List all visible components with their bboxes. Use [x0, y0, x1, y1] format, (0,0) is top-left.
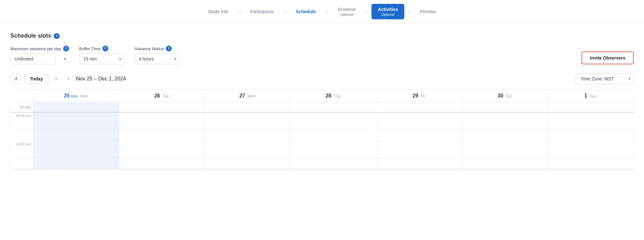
day-number-2: 27 — [239, 93, 245, 98]
allday-cell-3[interactable] — [290, 102, 376, 112]
advance-notice-select-wrapper[interactable]: 4 hours 1 hour 2 hours 24 hours 48 hours… — [135, 53, 180, 64]
day-header-4: 29 Fri — [376, 90, 462, 102]
today-button[interactable]: Today — [24, 74, 48, 84]
time-cell-10am-2[interactable] — [205, 141, 290, 158]
time-cell-1030am-2[interactable] — [205, 158, 290, 169]
prev-week-button[interactable]: ‹ — [52, 74, 61, 83]
day-number-3: 28 — [326, 93, 332, 98]
time-cell-1030am-4[interactable] — [376, 158, 462, 169]
time-cell-10am-6[interactable] — [548, 141, 633, 158]
max-sessions-chevron-icon: ▾ — [64, 57, 66, 61]
day-name-3: Thu — [334, 94, 341, 98]
time-cell-930am-1[interactable] — [119, 130, 205, 141]
time-cell-9am-4[interactable] — [376, 113, 462, 129]
preview-label[interactable]: Preview — [413, 6, 442, 17]
time-label-1030am — [11, 158, 33, 169]
nav-step-screener[interactable]: ScreenerOptional — [331, 4, 362, 19]
participants-label[interactable]: Participants — [244, 6, 280, 17]
timezone-select-wrapper[interactable]: Time Zone: MST Time Zone: EST Time Zone:… — [576, 73, 634, 84]
allday-cell-0[interactable] — [33, 102, 119, 112]
nav-step-study-info[interactable]: Study Info — [202, 6, 235, 17]
screener-sub-label: Optional — [338, 12, 356, 17]
time-cell-10am-3[interactable] — [290, 141, 376, 158]
activities-label[interactable]: ActivitiesOptional — [371, 4, 404, 19]
chevron-left-icon: ‹ — [55, 76, 57, 82]
time-cell-9am-1[interactable] — [119, 113, 205, 129]
buffer-time-select[interactable]: 15 min 0 min 5 min 10 min 30 min — [79, 53, 124, 64]
allday-cell-5[interactable] — [462, 102, 548, 112]
max-sessions-group: Maximum sessions per day ? Unlimited 1 2… — [10, 46, 69, 64]
nav-step-participants[interactable]: Participants — [244, 6, 280, 17]
top-navigation: Study Info → Participants → Schedule → S… — [0, 0, 644, 23]
time-cell-10am-5[interactable] — [462, 141, 548, 158]
time-cell-9am-0[interactable] — [33, 113, 119, 129]
day-header-3: 28 Thu — [290, 90, 376, 102]
next-week-button[interactable]: › — [64, 74, 73, 83]
time-cell-10am-1[interactable] — [119, 141, 205, 158]
time-cell-10am-4[interactable] — [376, 141, 462, 158]
study-info-label[interactable]: Study Info — [202, 6, 235, 17]
advance-notice-label: Advance Notice ? — [135, 46, 180, 51]
max-sessions-select-wrapper[interactable]: Unlimited 1 2 3 4 5 ▾ — [10, 53, 69, 64]
day-header-1: 26 Tue — [119, 90, 205, 102]
nav-arrow-4: → — [362, 9, 371, 14]
day-number-5: 30 — [498, 93, 504, 98]
time-cell-1030am-6[interactable] — [548, 158, 633, 169]
time-body: 09:00 am 10:0 — [11, 113, 633, 169]
time-cell-930am-2[interactable] — [205, 130, 290, 141]
day-name-0: Mon — [80, 94, 88, 98]
day-header-5: 30 Sat — [462, 90, 548, 102]
time-cell-930am-6[interactable] — [548, 130, 633, 141]
time-cell-9am-6[interactable] — [548, 113, 633, 129]
chevron-right-icon: › — [68, 76, 69, 82]
time-cell-930am-5[interactable] — [462, 130, 548, 141]
buffer-time-select-wrapper[interactable]: 15 min 0 min 5 min 10 min 30 min ▾ — [79, 53, 124, 64]
controls-row: Maximum sessions per day ? Unlimited 1 2… — [10, 46, 634, 64]
activities-sub-label: Optional — [378, 12, 398, 17]
screener-label[interactable]: ScreenerOptional — [331, 4, 362, 19]
nav-step-preview[interactable]: Preview — [413, 6, 442, 17]
nav-arrow-3: → — [322, 9, 331, 14]
time-cell-1030am-0[interactable] — [33, 158, 119, 169]
invite-observers-button[interactable]: Invite Observers — [582, 51, 634, 64]
day-number-0: 25 nov — [64, 93, 78, 98]
time-cell-10am-0[interactable] — [33, 141, 119, 158]
advance-notice-select[interactable]: 4 hours 1 hour 2 hours 24 hours 48 hours — [135, 53, 180, 64]
time-cell-9am-2[interactable] — [205, 113, 290, 129]
time-cell-1030am-1[interactable] — [119, 158, 205, 169]
day-name-2: Wed — [247, 94, 255, 98]
nav-step-schedule[interactable]: Schedule — [289, 6, 322, 17]
advance-notice-help-icon[interactable]: ? — [166, 46, 172, 51]
allday-cell-1[interactable] — [119, 102, 205, 112]
buffer-time-group: Buffer Time ? 15 min 0 min 5 min 10 min … — [79, 46, 124, 64]
time-cell-1030am-3[interactable] — [290, 158, 376, 169]
nav-step-activities[interactable]: ActivitiesOptional — [371, 4, 404, 19]
advance-notice-group: Advance Notice ? 4 hours 1 hour 2 hours … — [135, 46, 180, 64]
allday-cell-2[interactable] — [205, 102, 290, 112]
schedule-label[interactable]: Schedule — [289, 6, 322, 17]
calendar-grid: 25 nov Mon 26 Tue 27 Wed 28 Thu 29 Fri 3… — [10, 89, 634, 170]
timezone-select[interactable]: Time Zone: MST Time Zone: EST Time Zone:… — [576, 73, 634, 84]
allday-cell-4[interactable] — [376, 102, 462, 112]
day-number-1: 26 — [154, 93, 160, 98]
time-block-9am-top: 09:00 am — [11, 113, 633, 130]
time-cell-930am-0[interactable] — [33, 130, 119, 141]
time-cell-930am-3[interactable] — [290, 130, 376, 141]
refresh-button[interactable]: ↺ — [10, 73, 21, 84]
time-cell-930am-4[interactable] — [376, 130, 462, 141]
nav-arrow-2: → — [280, 9, 289, 14]
day-name-1: Tue — [162, 94, 169, 98]
max-sessions-help-icon[interactable]: ? — [63, 46, 69, 51]
buffer-time-label: Buffer Time ? — [79, 46, 124, 51]
main-content: Schedule slots ? Maximum sessions per da… — [0, 23, 644, 179]
schedule-slots-help-icon[interactable]: ? — [54, 33, 60, 39]
date-range-label: Nov 25 – Dec 1, 2024 — [76, 76, 126, 82]
buffer-time-help-icon[interactable]: ? — [102, 46, 108, 51]
time-cell-9am-3[interactable] — [290, 113, 376, 129]
time-cell-9am-5[interactable] — [462, 113, 548, 129]
time-block-10am-top: 10:00 am — [11, 141, 633, 158]
day-number-6: 1 — [584, 93, 587, 98]
time-cell-1030am-5[interactable] — [462, 158, 548, 169]
max-sessions-select[interactable]: Unlimited 1 2 3 4 5 — [10, 53, 55, 64]
allday-cell-6[interactable] — [548, 102, 633, 112]
